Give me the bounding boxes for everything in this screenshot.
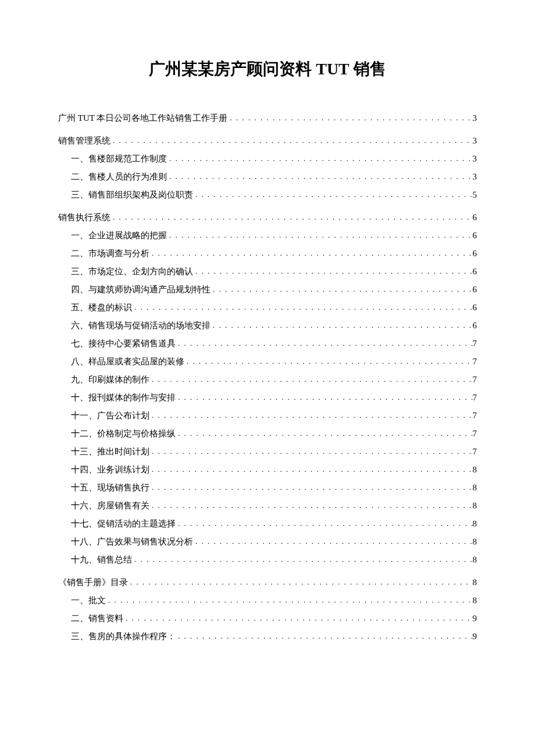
toc-entry-page: 3 — [473, 135, 477, 147]
title-suffix: 销售 — [349, 60, 386, 78]
toc-entry: 广州 TUT 本日公司各地工作站销售工作手册3 — [58, 112, 477, 124]
document-title: 广州某某房产顾问资料 TUT 销售 — [58, 58, 477, 80]
toc-entry-page: 7 — [473, 410, 477, 422]
toc-entry: 二、售楼人员的行为准则3 — [58, 171, 477, 183]
toc-entry-label: 六、销售现场与促销活动的场地安排 — [71, 320, 211, 332]
toc-entry: 十六、房屋销售有关8 — [58, 500, 477, 512]
toc-entry-label: 十八、广告效果与销售状况分析 — [71, 536, 193, 548]
toc-entry: 五、楼盘的标识6 — [58, 302, 477, 314]
toc-leader-dots — [193, 266, 473, 277]
toc-leader-dots — [176, 392, 473, 403]
toc-leader-dots — [176, 631, 473, 642]
toc-entry-page: 7 — [473, 428, 477, 440]
toc-leader-dots — [167, 171, 473, 182]
toc-entry-page: 9 — [473, 612, 477, 625]
toc-entry: 《销售手册》目录8 — [58, 576, 477, 589]
toc-entry-label: 一、售楼部规范工作制度 — [71, 153, 167, 165]
toc-entry: 四、与建筑师协调沟通产品规划特性6 — [58, 284, 477, 296]
toc-entry-label: 三、售房的具体操作程序： — [71, 630, 176, 643]
toc-entry-page: 6 — [473, 302, 477, 314]
toc-entry-page: 6 — [473, 320, 477, 332]
toc-leader-dots — [227, 113, 472, 123]
toc-entry-label: 《销售手册》目录 — [58, 576, 128, 589]
toc-entry-label: 一、批文 — [71, 594, 106, 607]
toc-entry-page: 6 — [473, 248, 477, 260]
toc-entry-page: 6 — [473, 212, 477, 224]
toc-leader-dots — [211, 284, 473, 295]
toc-entry: 十四、业务训练计划8 — [58, 464, 477, 476]
toc-entry-page: 8 — [473, 518, 477, 530]
toc-entry-label: 三、销售部组织架构及岗位职责 — [71, 189, 193, 201]
toc-entry-page: 3 — [473, 153, 477, 165]
toc-entry: 十九、销售总结8 — [58, 554, 477, 566]
toc-leader-dots — [176, 428, 473, 439]
toc-entry-label: 十三、推出时间计划 — [71, 446, 149, 458]
toc-entry: 十五、现场销售执行8 — [58, 482, 477, 494]
toc-entry: 销售管理系统3 — [58, 135, 477, 147]
toc-entry: 六、销售现场与促销活动的场地安排6 — [58, 320, 477, 332]
toc-entry: 十一、广告公布计划7 — [58, 410, 477, 422]
toc-entry: 八、样品屋或者实品屋的装修7 — [58, 356, 477, 368]
toc-entry-label: 十四、业务训练计划 — [71, 464, 149, 476]
toc-leader-dots — [167, 230, 473, 241]
toc-entry: 七、接待中心要紧销售道具7 — [58, 338, 477, 350]
toc-entry-page: 8 — [473, 594, 477, 607]
toc-entry-page: 6 — [473, 284, 477, 296]
toc-entry: 十七、促销活动的主题选择8 — [58, 518, 477, 530]
toc-entry-label: 八、样品屋或者实品屋的装修 — [71, 356, 184, 368]
toc-entry-page: 7 — [473, 356, 477, 368]
toc-leader-dots — [132, 302, 473, 313]
toc-entry: 十二、价格制定与价格操纵7 — [58, 428, 477, 440]
toc-entry-page: 8 — [473, 536, 477, 548]
toc-leader-dots — [211, 320, 473, 331]
table-of-contents: 广州 TUT 本日公司各地工作站销售工作手册3销售管理系统3一、售楼部规范工作制… — [58, 112, 477, 643]
toc-entry-page: 3 — [473, 171, 477, 183]
toc-entry: 三、售房的具体操作程序：9 — [58, 630, 477, 643]
toc-entry: 二、销售资料9 — [58, 612, 477, 625]
toc-entry-label: 四、与建筑师协调沟通产品规划特性 — [71, 284, 211, 296]
toc-entry-label: 十七、促销活动的主题选择 — [71, 518, 176, 530]
toc-leader-dots — [193, 189, 473, 200]
toc-entry: 十八、广告效果与销售状况分析8 — [58, 536, 477, 548]
toc-entry: 一、企业进展战略的把握6 — [58, 230, 477, 242]
toc-leader-dots — [149, 410, 473, 421]
toc-leader-dots — [184, 356, 473, 367]
toc-entry-label: 广州 TUT 本日公司各地工作站销售工作手册 — [58, 112, 227, 124]
toc-entry-page: 7 — [473, 338, 477, 350]
toc-entry: 三、市场定位、企划方向的确认6 — [58, 266, 477, 278]
toc-leader-dots — [123, 613, 473, 624]
toc-entry: 销售执行系统6 — [58, 212, 477, 224]
toc-leader-dots — [149, 374, 473, 385]
toc-entry-label: 十九、销售总结 — [71, 554, 132, 566]
toc-entry: 一、售楼部规范工作制度3 — [58, 153, 477, 165]
toc-entry-label: 十、报刊媒体的制作与安排 — [71, 392, 176, 404]
toc-entry: 十三、推出时间计划7 — [58, 446, 477, 458]
toc-leader-dots — [149, 500, 473, 511]
toc-leader-dots — [167, 153, 473, 164]
toc-entry: 九、印刷媒体的制作7 — [58, 374, 477, 386]
toc-leader-dots — [193, 536, 473, 547]
toc-entry-page: 7 — [473, 446, 477, 458]
toc-entry-page: 6 — [473, 230, 477, 242]
toc-entry-page: 3 — [473, 112, 477, 124]
toc-leader-dots — [149, 482, 473, 493]
title-latin: TUT — [316, 60, 349, 78]
toc-entry: 一、批文8 — [58, 594, 477, 607]
toc-entry-label: 三、市场定位、企划方向的确认 — [71, 266, 193, 278]
toc-leader-dots — [106, 595, 473, 605]
toc-entry-label: 九、印刷媒体的制作 — [71, 374, 149, 386]
toc-entry-page: 7 — [473, 392, 477, 404]
toc-leader-dots — [110, 135, 473, 146]
toc-leader-dots — [149, 464, 473, 475]
toc-entry-page: 9 — [473, 630, 477, 643]
toc-entry-label: 十一、广告公布计划 — [71, 410, 149, 422]
toc-entry: 三、销售部组织架构及岗位职责5 — [58, 189, 477, 201]
toc-entry-page: 5 — [473, 189, 477, 201]
toc-leader-dots — [176, 518, 473, 529]
toc-entry-label: 十五、现场销售执行 — [71, 482, 149, 494]
toc-entry-label: 销售管理系统 — [58, 135, 110, 147]
toc-entry-page: 8 — [473, 576, 477, 589]
toc-entry-label: 七、接待中心要紧销售道具 — [71, 338, 176, 350]
toc-entry-page: 8 — [473, 482, 477, 494]
toc-leader-dots — [149, 446, 473, 457]
